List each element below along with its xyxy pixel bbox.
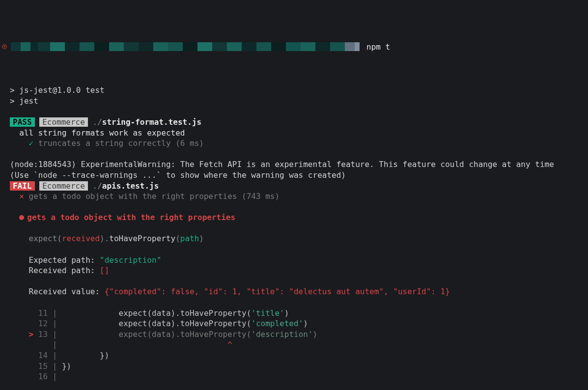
caret-icon: ^ [227, 340, 232, 349]
fail-bullet-icon [19, 215, 24, 220]
passed-test-line: truncates a string correctly (6 ms) [38, 139, 204, 148]
code-line-14: 14 | }) [10, 351, 109, 360]
suite-tag: Ecommerce [39, 117, 88, 127]
check-icon: ✓ [29, 139, 34, 148]
fail-badge: FAIL [10, 181, 35, 191]
window-titlebar: npm t [0, 42, 588, 51]
code-line-16: 16 | [10, 372, 57, 381]
titlebar-command: npm t [366, 42, 390, 53]
titlebar-pixel-art [11, 42, 360, 51]
describe-line: all string formats work as expected [19, 128, 185, 138]
failed-test-line: gets a todo object with the right proper… [29, 192, 280, 201]
suite-pass-row: PASS Ecommerce ./string-format.test.js [10, 117, 201, 127]
npm-script-line: > js-jest@1.0.0 test [10, 85, 105, 95]
node-warning-line-2: (Use `node --trace-warnings ...` to show… [10, 170, 346, 180]
code-line-13: > 13 | expect(data).toHaveProperty('desc… [10, 330, 317, 339]
suite-dir: ./ [93, 117, 102, 127]
error-pointer-icon: > [29, 330, 34, 339]
fail-test-title: gets a todo object with the right proper… [27, 213, 235, 222]
suite-tag: Ecommerce [39, 181, 88, 191]
node-warning-line-1: (node:1884543) ExperimentalWarning: The … [10, 160, 554, 169]
cross-icon: × [19, 192, 24, 201]
received-path-row: Received path: [] [29, 266, 110, 275]
suite-file: string-format.test.js [102, 117, 201, 127]
close-icon[interactable] [2, 44, 7, 49]
suite-dir: ./ [93, 181, 102, 191]
matcher-signature: expect(received).toHaveProperty(path) [29, 234, 204, 243]
jest-line: > jest [10, 96, 38, 106]
code-caret-line: | ^ [10, 340, 232, 349]
code-line-12: 12 | expect(data).toHaveProperty('comple… [10, 319, 308, 328]
suite-fail-row: FAIL Ecommerce ./apis.test.js [10, 181, 159, 191]
expected-path-row: Expected path: "description" [29, 255, 162, 265]
code-line-15: 15 | }) [10, 362, 71, 371]
terminal-output[interactable]: > js-jest@1.0.0 test > jest PASS Ecommer… [0, 73, 588, 390]
pass-badge: PASS [10, 117, 35, 127]
suite-file: apis.test.js [102, 181, 159, 191]
code-line-11: 11 | expect(data).toHaveProperty('title'… [10, 308, 289, 318]
received-value-row: Received value: {"completed": false, "id… [29, 287, 450, 296]
